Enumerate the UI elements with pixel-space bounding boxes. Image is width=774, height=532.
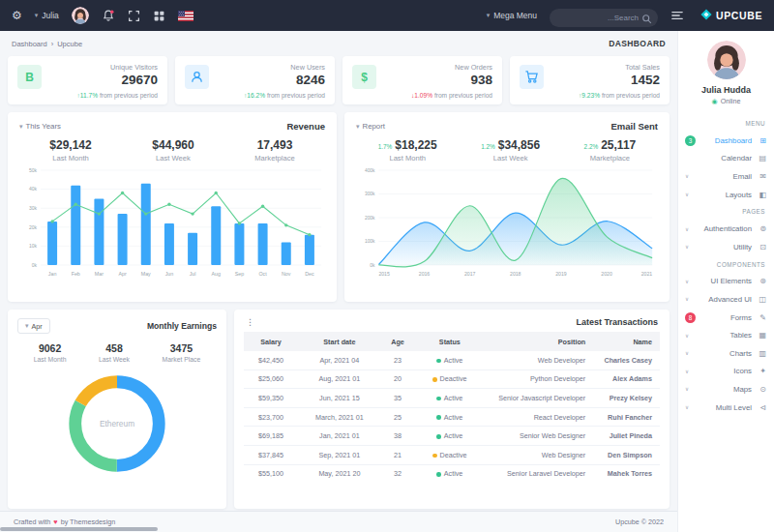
stat-title: New Orders <box>384 63 492 72</box>
cell-name[interactable]: Juliet Pineda <box>593 427 660 446</box>
month-selector[interactable]: ▾ Apr <box>17 318 50 334</box>
horizontal-scrollbar-thumb[interactable] <box>0 527 158 531</box>
table-row[interactable]: $37,845 Sep, 2021 01 21 Deactive Web Des… <box>244 445 660 464</box>
cell-age: 35 <box>381 389 414 408</box>
mega-menu[interactable]: ▾ Mega Menu <box>487 11 537 20</box>
sidebar-item-charts[interactable]: ∨Charts▥ <box>678 344 774 363</box>
cell-position: Web Designer <box>485 445 593 464</box>
svg-text:Dec: Dec <box>305 271 314 277</box>
earnings-card-title: Monthly Earnings <box>147 321 217 331</box>
sidebar-item-dashboard[interactable]: 3Dashboard⊞ <box>678 132 774 150</box>
profile-avatar[interactable] <box>707 41 746 79</box>
user-icon <box>185 65 209 89</box>
svg-text:2019: 2019 <box>555 271 567 277</box>
calendar-icon: ▤ <box>755 154 766 163</box>
svg-text:Nov: Nov <box>282 271 291 277</box>
email-stat: 1.2%$34,856Last Week <box>481 138 540 163</box>
email-stat: 1.7%$18,225Last Month <box>378 138 437 163</box>
cell-position: React Developer <box>485 407 593 427</box>
cell-position: Senior Javascript Developer <box>485 389 593 408</box>
card-menu-dots-icon[interactable]: ⋮ <box>246 317 254 327</box>
sidebar-item-advanced-ui[interactable]: ∨Advanced UI◫ <box>678 290 774 309</box>
cell-position: Senior Laravel Developer <box>485 464 593 483</box>
logo[interactable]: UPCUBE <box>700 9 762 22</box>
sidebar-item-tables[interactable]: ∨Tables▦ <box>678 326 774 344</box>
stat-delta: ↓1.09% from previous period <box>352 92 492 99</box>
cell-name[interactable]: Alex Adams <box>593 369 660 389</box>
sidebar-item-calendar[interactable]: Calendar▤ <box>678 150 774 168</box>
table-row[interactable]: $25,060 Aug, 2021 01 20 Deactive Python … <box>244 369 660 389</box>
caret-down-icon: ▾ <box>487 12 491 19</box>
user-avatar[interactable] <box>72 7 89 24</box>
cell-name[interactable]: Prezy Kelsey <box>593 389 660 408</box>
sidebar-item-multi-level[interactable]: ∨Multi Level⊲ <box>678 399 774 417</box>
sidebar-item-utility[interactable]: ∨Utility⊡ <box>678 238 774 256</box>
chevron-down-icon: ∨ <box>685 279 689 284</box>
status-dot-icon <box>436 359 441 364</box>
sidebar-item-ui-elements[interactable]: ∨UI Elements⊛ <box>678 273 774 291</box>
table-row[interactable]: $42,450 Apr, 2021 04 23 Active Web Devel… <box>244 351 660 369</box>
delta-badge: 1.2% <box>481 143 495 150</box>
cell-age: 20 <box>381 369 414 389</box>
profile-status: ◉ Online <box>678 97 774 105</box>
column-header-position: Position <box>485 332 593 351</box>
cell-name[interactable]: Charles Casey <box>593 351 660 369</box>
advanced-ui-icon: ◫ <box>755 295 766 304</box>
sidebar-item-forms[interactable]: 8Forms✎ <box>678 309 774 327</box>
revenue-filter-dropdown[interactable]: ▾ This Years <box>19 122 61 131</box>
sidebar-menu: MENU3Dashboard⊞Calendar▤∨Email✉∨Layouts◧… <box>678 115 774 416</box>
delta-badge: 2.2% <box>584 143 599 150</box>
cell-name[interactable]: Ruhi Fancher <box>593 407 660 427</box>
table-row[interactable]: $55,100 May, 2021 20 32 Active Senior La… <box>244 464 660 483</box>
svg-text:100k: 100k <box>365 239 375 244</box>
stat-cards-row: B Unique Visitors 29670 ↑11.7% from prev… <box>8 56 670 104</box>
status-dot-icon <box>436 415 441 420</box>
cell-status: Deactive <box>414 445 485 464</box>
cell-age: 32 <box>381 464 414 483</box>
cell-start-date: March, 2021 01 <box>298 407 381 427</box>
chevron-down-icon: ∨ <box>685 192 689 197</box>
apps-grid-icon[interactable] <box>153 10 165 22</box>
search-icon[interactable] <box>641 11 652 28</box>
sidebar-item-maps[interactable]: ∨Maps⊙ <box>678 380 774 399</box>
notifications-bell-icon[interactable] <box>102 9 115 22</box>
chevron-down-icon: ∨ <box>685 350 689 356</box>
breadcrumb-link-dashboard[interactable]: Dashboard <box>12 40 47 48</box>
chevron-down-icon: ∨ <box>685 369 689 374</box>
stat-card-total-sales: Total Sales 1452 ↑9.23% from previous pe… <box>510 56 670 104</box>
email-filter-dropdown[interactable]: ▾ Report <box>356 122 385 131</box>
sidebar-profile: Julia Hudda ◉ Online <box>678 41 774 105</box>
settings-gear-icon[interactable]: ⚙ <box>12 10 22 21</box>
svg-text:2016: 2016 <box>419 271 431 277</box>
table-row[interactable]: $69,185 Jan, 2021 01 38 Active Senior We… <box>244 427 660 446</box>
heart-icon: ♥ <box>53 517 57 526</box>
table-row[interactable]: $23,700 March, 2021 01 25 Active React D… <box>244 407 660 427</box>
fullscreen-icon[interactable] <box>128 10 140 22</box>
cell-start-date: Jun, 2021 15 <box>298 389 381 408</box>
menu-badge: 8 <box>685 312 696 323</box>
bitcoin-icon: B <box>17 65 42 89</box>
cell-start-date: Sep, 2021 01 <box>298 445 381 464</box>
menu-label: Forms <box>697 313 752 322</box>
hamburger-menu-icon[interactable] <box>670 10 684 21</box>
sidebar-item-authentication[interactable]: ∨Authentication⊚ <box>678 220 774 238</box>
sidebar-item-icons[interactable]: ∨Icons✦ <box>678 363 774 381</box>
user-menu[interactable]: ▾ Julia <box>35 11 59 20</box>
cell-name[interactable]: Mahek Torres <box>593 464 660 483</box>
charts-icon: ▥ <box>755 349 766 358</box>
svg-text:Jan: Jan <box>48 271 57 277</box>
icons-icon: ✦ <box>755 367 766 375</box>
sidebar-item-email[interactable]: ∨Email✉ <box>678 167 774 186</box>
us-flag-icon[interactable] <box>178 11 194 21</box>
logo-gem-icon <box>700 9 712 22</box>
status-dot-icon <box>432 377 437 382</box>
avatar-image <box>72 11 89 24</box>
cell-position: Senior Web Designer <box>485 427 593 446</box>
cell-name[interactable]: Den Simpson <box>593 445 660 464</box>
cell-status: Deactive <box>414 369 485 389</box>
sidebar-item-layouts[interactable]: ∨Layouts◧ <box>678 186 774 204</box>
svg-text:30k: 30k <box>29 205 38 211</box>
table-row[interactable]: $59,350 Jun, 2021 15 35 Active Senior Ja… <box>244 389 660 408</box>
email-stat: 2.2%25,117Marketplace <box>584 138 637 163</box>
column-header-status: Status <box>414 332 485 351</box>
